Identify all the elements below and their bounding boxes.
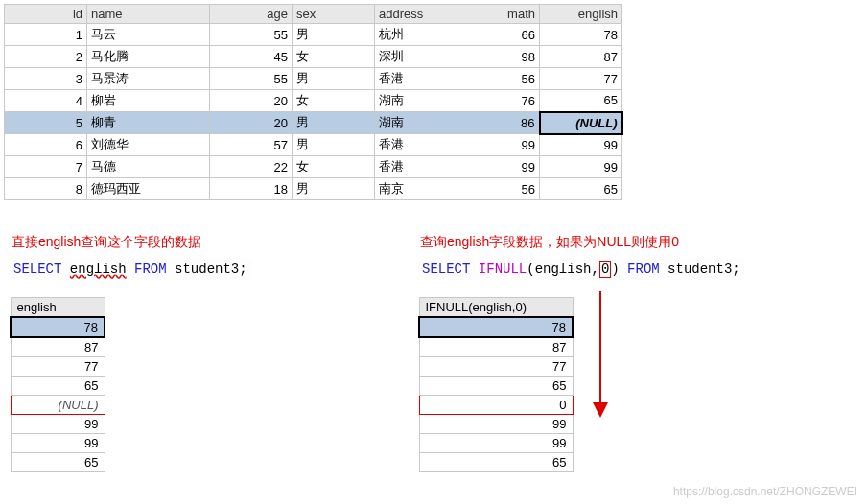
col-name[interactable]: name bbox=[87, 5, 210, 24]
result-row[interactable]: 99 bbox=[11, 415, 105, 434]
sql-keyword: FROM bbox=[134, 262, 167, 277]
table-row[interactable]: 2马化腾45女深圳9887 bbox=[5, 46, 622, 68]
sql-table: student3; bbox=[175, 262, 247, 277]
result-header[interactable]: IFNULL(english,0) bbox=[419, 298, 573, 318]
student-table[interactable]: id name age sex address math english 1马云… bbox=[4, 4, 623, 200]
table-row-selected[interactable]: 5柳青20男湖南86(NULL) bbox=[5, 112, 622, 134]
sql-args: (english, bbox=[527, 262, 599, 277]
table-row[interactable]: 7马德22女香港9999 bbox=[5, 156, 622, 178]
left-panel: 直接english查询这个字段的数据 SELECT english FROM s… bbox=[4, 220, 311, 472]
result-row[interactable]: 87 bbox=[419, 337, 573, 357]
result-row[interactable]: 65 bbox=[419, 453, 573, 472]
col-english[interactable]: english bbox=[540, 5, 622, 24]
table-row[interactable]: 8德玛西亚18男南京5665 bbox=[5, 178, 622, 200]
result-row-selected[interactable]: 78 bbox=[419, 317, 573, 337]
col-sex[interactable]: sex bbox=[293, 5, 375, 24]
result-row[interactable]: 65 bbox=[11, 377, 105, 396]
result-row[interactable]: 99 bbox=[419, 434, 573, 453]
sql-table: student3; bbox=[668, 262, 740, 277]
table-body: 1马云55男杭州6678 2马化腾45女深圳9887 3马景涛55男香港5677… bbox=[5, 24, 622, 200]
result-row[interactable]: 99 bbox=[419, 415, 573, 434]
result-row[interactable]: 77 bbox=[11, 357, 105, 377]
col-age[interactable]: age bbox=[210, 5, 293, 24]
col-id[interactable]: id bbox=[5, 5, 87, 24]
sql-close: ) bbox=[611, 262, 619, 277]
table-row[interactable]: 4柳岩20女湖南7665 bbox=[5, 90, 622, 112]
col-address[interactable]: address bbox=[375, 5, 457, 24]
result-row[interactable]: 65 bbox=[419, 377, 573, 396]
left-result-table[interactable]: english 78 87 77 65 (NULL) 99 99 65 bbox=[10, 297, 105, 472]
result-row-selected[interactable]: 78 bbox=[11, 317, 105, 337]
left-sql: SELECT english FROM student3; bbox=[10, 259, 251, 280]
table-row[interactable]: 3马景涛55男香港5677 bbox=[5, 68, 622, 90]
table-header-row: id name age sex address math english bbox=[5, 5, 622, 24]
right-caption: 查询english字段数据，如果为NULL则使用0 bbox=[420, 234, 854, 251]
result-row[interactable]: 99 bbox=[11, 434, 105, 453]
col-math[interactable]: math bbox=[457, 5, 540, 24]
right-result-table[interactable]: IFNULL(english,0) 78 87 77 65 0 99 99 65 bbox=[418, 297, 574, 472]
table-row[interactable]: 1马云55男杭州6678 bbox=[5, 24, 622, 46]
result-row[interactable]: 65 bbox=[11, 453, 105, 472]
sql-column: english bbox=[70, 262, 127, 277]
sql-keyword: SELECT bbox=[13, 262, 61, 277]
right-sql: SELECT IFNULL(english,0) FROM student3; bbox=[418, 259, 744, 280]
left-caption: 直接english查询这个字段的数据 bbox=[12, 234, 311, 251]
sql-keyword: FROM bbox=[627, 262, 660, 277]
sql-keyword: SELECT bbox=[422, 262, 470, 277]
watermark: https://blog.csdn.net/ZHONGZEWEI bbox=[673, 485, 857, 498]
result-header[interactable]: english bbox=[11, 298, 105, 318]
null-cell: (NULL) bbox=[540, 112, 622, 134]
null-result-cell: (NULL) bbox=[11, 396, 105, 415]
right-panel: 查询english字段数据，如果为NULL则使用0 SELECT IFNULL(… bbox=[412, 220, 854, 472]
result-row[interactable]: (NULL) bbox=[11, 396, 105, 415]
sql-function: IFNULL bbox=[479, 262, 527, 277]
result-row[interactable]: 87 bbox=[11, 337, 105, 357]
result-row[interactable]: 77 bbox=[419, 357, 573, 377]
result-row[interactable]: 0 bbox=[419, 396, 573, 415]
table-row[interactable]: 6刘德华57男香港9999 bbox=[5, 134, 622, 156]
zero-result-cell: 0 bbox=[419, 396, 573, 415]
sql-zero-arg: 0 bbox=[599, 261, 611, 278]
